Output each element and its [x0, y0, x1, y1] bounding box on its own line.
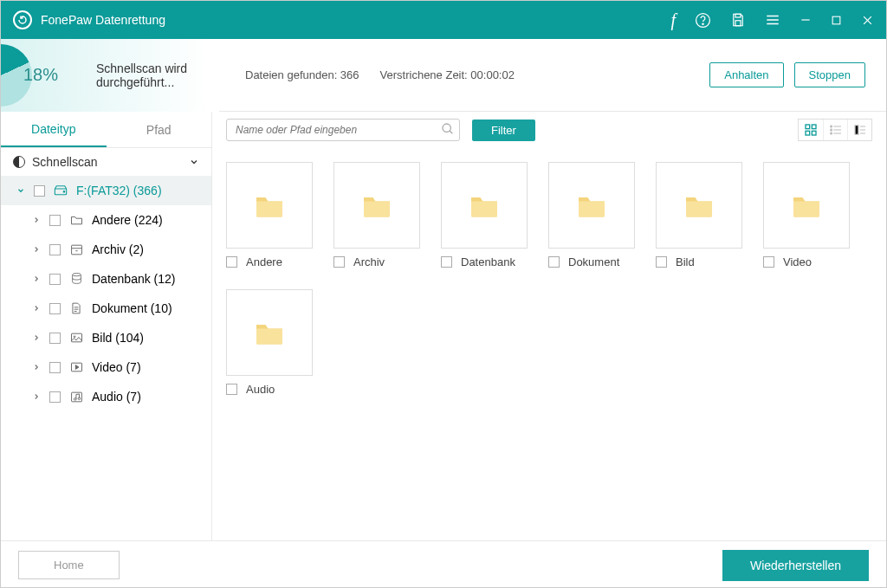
folder-thumb[interactable]	[656, 162, 742, 249]
folder-thumb[interactable]	[333, 162, 420, 249]
checkbox[interactable]	[49, 303, 61, 314]
svg-point-12	[63, 191, 65, 193]
chevron-right-icon	[32, 275, 41, 283]
svg-point-26	[78, 397, 81, 399]
svg-rect-32	[812, 131, 816, 135]
folder-label-row: Archiv	[333, 255, 420, 268]
folder-name: Datenbank	[461, 255, 515, 268]
svg-rect-3	[735, 21, 741, 26]
search-icon[interactable]	[441, 122, 455, 136]
checkbox[interactable]	[333, 256, 345, 268]
view-list-icon[interactable]	[823, 120, 847, 140]
folder-label-row: Andere	[226, 255, 313, 268]
tree-item-audio[interactable]: Audio (7)	[1, 382, 211, 411]
drive-label: F:(FAT32) (366)	[76, 184, 162, 197]
checkbox[interactable]	[548, 256, 560, 268]
files-found: Dateien gefunden: 366	[245, 68, 359, 81]
recover-button[interactable]: Wiederherstellen	[722, 550, 869, 581]
search-input[interactable]	[226, 119, 460, 141]
folder-thumb[interactable]	[226, 289, 313, 376]
checkbox[interactable]	[441, 256, 452, 268]
checkbox[interactable]	[226, 256, 237, 268]
svg-rect-31	[806, 131, 810, 135]
app-title: FonePaw Datenrettung	[41, 13, 670, 27]
folder-thumb[interactable]	[441, 162, 528, 249]
checkbox[interactable]	[49, 244, 61, 255]
pause-button[interactable]: Anhalten	[709, 62, 783, 87]
close-icon[interactable]	[861, 14, 874, 27]
content-area: Filter AndereArchivDatenbankDokumentBild…	[212, 112, 886, 540]
chevron-right-icon	[32, 333, 41, 342]
tab-path[interactable]: Pfad	[107, 112, 212, 147]
folder-card: Audio	[226, 289, 313, 396]
svg-rect-24	[71, 392, 81, 402]
tab-filetype[interactable]: Dateityp	[1, 112, 107, 147]
tree-item-andere[interactable]: Andere (224)	[1, 205, 211, 235]
image-icon	[69, 332, 83, 344]
tree-item-label: Audio (7)	[92, 390, 141, 404]
view-grid-icon[interactable]	[799, 120, 823, 140]
chevron-right-icon	[32, 216, 41, 224]
chevron-down-icon	[16, 186, 25, 195]
folder-name: Bild	[676, 255, 695, 268]
view-detail-icon[interactable]	[847, 120, 871, 140]
folder-grid: AndereArchivDatenbankDokumentBildVideoAu…	[212, 148, 886, 410]
checkbox[interactable]	[49, 333, 61, 344]
maximize-icon[interactable]	[831, 15, 842, 26]
checkbox[interactable]	[34, 185, 45, 197]
folder-name: Video	[783, 255, 812, 268]
progress-area: 18% Schnellscan wird durchgeführt...	[1, 39, 219, 112]
checkbox[interactable]	[49, 362, 61, 373]
folder-thumb[interactable]	[763, 162, 850, 249]
footer: Home Wiederherstellen	[1, 540, 886, 588]
sidebar: Dateityp Pfad Schnellscan F:(FAT32) (366…	[1, 112, 212, 540]
checkbox[interactable]	[763, 256, 774, 268]
tree-item-label: Video (7)	[92, 360, 141, 374]
checkbox[interactable]	[49, 215, 61, 226]
checkbox[interactable]	[49, 391, 61, 403]
svg-rect-30	[812, 125, 816, 129]
tree-item-archiv[interactable]: Archiv (2)	[1, 235, 211, 264]
save-icon[interactable]	[730, 12, 746, 28]
elapsed-time: Verstrichene Zeit: 00:00:02	[380, 68, 515, 81]
folder-card: Andere	[226, 162, 313, 268]
document-icon	[69, 302, 83, 314]
chevron-right-icon	[32, 245, 41, 254]
content-toolbar: Filter	[212, 112, 886, 148]
app-logo-icon	[13, 10, 32, 29]
folder-label-row: Audio	[226, 383, 313, 396]
database-icon	[69, 273, 83, 285]
svg-point-27	[443, 124, 450, 132]
minimize-icon[interactable]	[800, 14, 812, 26]
tree-item-video[interactable]: Video (7)	[1, 352, 211, 382]
audio-icon	[69, 391, 83, 403]
checkbox[interactable]	[226, 384, 237, 395]
tree-drive[interactable]: F:(FAT32) (366)	[1, 176, 211, 205]
folder-icon	[69, 214, 83, 226]
tree-item-dokument[interactable]: Dokument (10)	[1, 294, 211, 323]
folder-thumb[interactable]	[548, 162, 635, 249]
facebook-icon[interactable]: f	[670, 10, 676, 30]
checkbox[interactable]	[656, 256, 667, 268]
stop-button[interactable]: Stoppen	[794, 62, 865, 87]
help-icon[interactable]	[695, 12, 711, 29]
folder-label-row: Video	[763, 255, 850, 268]
main-area: Dateityp Pfad Schnellscan F:(FAT32) (366…	[1, 112, 886, 540]
tree-item-bild[interactable]: Bild (104)	[1, 323, 211, 352]
tree-item-label: Dokument (10)	[92, 301, 172, 315]
home-button[interactable]: Home	[18, 551, 120, 579]
tree-item-label: Andere (224)	[92, 213, 163, 227]
folder-label-row: Datenbank	[441, 255, 528, 268]
chevron-right-icon	[32, 363, 41, 372]
chevron-right-icon	[32, 392, 41, 401]
tree-item-datenbank[interactable]: Datenbank (12)	[1, 264, 211, 294]
drive-icon	[54, 185, 68, 196]
checkbox[interactable]	[49, 274, 61, 285]
tree-item-label: Bild (104)	[92, 331, 144, 345]
svg-rect-13	[71, 245, 81, 255]
folder-thumb[interactable]	[226, 162, 313, 249]
tree-quickscan-head[interactable]: Schnellscan	[1, 148, 211, 176]
folder-label-row: Dokument	[548, 255, 635, 268]
menu-icon[interactable]	[765, 12, 780, 28]
filter-button[interactable]: Filter	[472, 120, 535, 141]
